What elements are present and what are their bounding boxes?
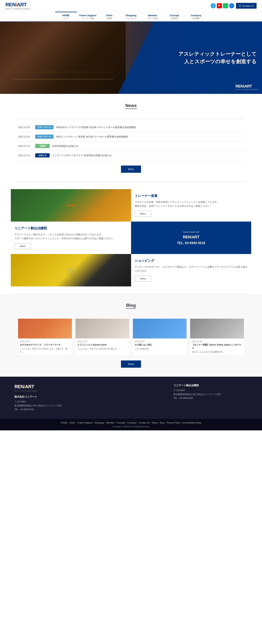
- hero-logo-sub: Sports Conditioning Support: [235, 89, 258, 90]
- blog-excerpt: ブログ担者の佐...: [135, 347, 185, 350]
- news-row[interactable]: 2022.12.20 サポートチーム ENEOSサンフラワーズ 皇后杯 全日本バ…: [18, 123, 244, 132]
- news-more-button[interactable]: More: [121, 166, 141, 173]
- nav-item-concept[interactable]: Concept企業理念: [164, 12, 185, 22]
- company-info: 〒170-0003 東京都豊島区駒込1-35-2 駒込タウンブリーズ203 TE…: [15, 400, 88, 412]
- blog-title-text: かけ算にはご用心: [135, 343, 185, 346]
- nav-item-clinic[interactable]: Clinic治療院: [99, 12, 120, 22]
- nav-item-shopping[interactable]: Shoppingショッピング: [120, 12, 142, 22]
- nav-item-home[interactable]: HOMEホーム: [55, 12, 77, 22]
- hero-title-line1: アスレティックトレーナーとして: [178, 50, 256, 58]
- footer-company: 株式会社リニアート 〒170-0003 東京都豊島区駒込1-35-2 駒込タウン…: [15, 395, 88, 412]
- news-tag: サポートチーム: [35, 125, 53, 129]
- footer-nav: HOME / Clinic / Trainer Support / Shoppi…: [0, 419, 262, 430]
- shopping-image: 🛒: [11, 254, 131, 286]
- footer-link-news[interactable]: News: [152, 422, 158, 424]
- trainer-title: トレーナー派遣: [135, 194, 248, 198]
- news-date: 2022.12.15: [18, 145, 33, 147]
- blog-card[interactable]: 2022.05.05 かけ算にはご用心 ブログ担者の佐...: [133, 319, 187, 355]
- trainer-service: [11, 189, 131, 222]
- news-title: News: [125, 103, 137, 108]
- clinic-footer-info: 〒170-0003 東京都豊島区駒込1-35-2 駒込タウンブリーズ102 TE…: [174, 388, 247, 400]
- youtube-icon[interactable]: ▶: [217, 3, 222, 8]
- news-row[interactable]: 2022.12.13 お知らせ リニアートスポーツサプライ 年末年始の休業のお知…: [18, 151, 244, 160]
- footer-clinic-area: リニアート駒込治療院 〒170-0003 東京都豊島区駒込1-35-2 駒込タウ…: [174, 384, 247, 412]
- blog-date: 2022.12.19: [20, 340, 70, 342]
- copyright: Copyright © RENiART All Right Reserved.: [6, 426, 256, 428]
- blog-excerpt: こんにちは！今回ブログを担当します、古橋です。寒さ...: [20, 347, 70, 353]
- clinic-footer-name: リニアート駒込治療院: [174, 384, 247, 387]
- footer-link-blog[interactable]: Blog: [160, 422, 164, 424]
- footer-link-member[interactable]: Member: [106, 422, 114, 424]
- line-icon[interactable]: L: [223, 3, 228, 8]
- blog-grid: 2022.12.19 おすすめのケアグッズ パワーローラーS こんにちは！今回ブ…: [18, 319, 244, 355]
- envelope-icon: ✉: [239, 4, 241, 7]
- contact-button[interactable]: ✉ Contact Us: [236, 3, 256, 9]
- footer-logo-sub: Sports Conditioning Support: [15, 390, 88, 392]
- news-date: 2022.12.20: [18, 126, 33, 128]
- social-icons: 𝕏 ▶ L f: [211, 3, 234, 8]
- twitter-icon[interactable]: 𝕏: [211, 3, 216, 8]
- news-row[interactable]: 2022.12.15 治療院 年末年始休診のお知らせ: [18, 142, 244, 151]
- shopping-more-button[interactable]: More: [135, 276, 151, 282]
- main-nav: HOMEホームTrainer Supportトレーナー派遣Clinic治療院Sh…: [0, 12, 262, 22]
- blog-card-image: [75, 319, 129, 338]
- blog-title-text: 【セミナー受講】Sports Safety Japanシンポジウム: [192, 343, 242, 350]
- site-header: RENiART Sports Conditioning Support 𝕏 ▶ …: [0, 0, 262, 12]
- footer-logo: RENiART: [15, 384, 88, 390]
- news-tag: お知らせ: [35, 153, 50, 158]
- shopping-text: ショッピング テーピングやサポーター、エクササイズ用品など、スポーツシーンに必要…: [131, 254, 251, 286]
- footer-link-privacy-policy[interactable]: Privacy Policy: [167, 422, 180, 424]
- nav-separator: /: [181, 422, 181, 424]
- blog-title-text: エプソムソルト-Epsom Sault-: [77, 343, 127, 346]
- nav-item-company[interactable]: Company会社概要: [185, 12, 207, 22]
- logo[interactable]: RENiART Sports Conditioning Support: [6, 2, 31, 10]
- footer-link-contact-us[interactable]: Contact Us: [139, 422, 150, 424]
- blog-date: 2022.05.05: [135, 340, 185, 342]
- trainer-image: [11, 189, 131, 222]
- shopping-desc: テーピングやサポーター、エクササイズ用品など、スポーツシーンに必要なメディカルア…: [135, 265, 248, 273]
- logo-text: RENiART: [6, 2, 31, 8]
- logo-sub: Sports Conditioning Support: [6, 8, 31, 10]
- trainer-desc: プロチームや企業、学校の部活にアスレティックトレーナーを派遣しています。練習や試…: [135, 200, 248, 208]
- news-date: 2022.12.20: [18, 135, 33, 138]
- clinic-tel: TEL. 03-5940-5518: [177, 241, 205, 245]
- nav-separator: /: [165, 422, 166, 424]
- nav-item-trainer-support[interactable]: Trainer Supportトレーナー派遣: [77, 12, 99, 22]
- trainer-text: トレーナー派遣 プロチームや企業、学校の部活にアスレティックトレーナーを派遣して…: [131, 189, 251, 222]
- footer-link-trainer-support[interactable]: Trainer Support: [77, 422, 92, 424]
- clinic-text: リニアート駒込治療院 アスリートから一般の方まで、一人一人の症状に合わせた治療を…: [11, 222, 131, 254]
- blog-date: 2022.11.28: [192, 340, 242, 342]
- company-name: 株式会社リニアート: [15, 395, 88, 398]
- blog-more-button[interactable]: More: [121, 360, 141, 368]
- blog-title: Blog: [126, 303, 136, 308]
- news-text: 年末年始休診のお知らせ: [52, 144, 244, 148]
- clinic-title: リニアート駒込治療院: [15, 226, 127, 230]
- shopping-title: ショッピング: [135, 258, 248, 263]
- news-row[interactable]: 2022.12.20 サポートチーム NECレッドロケッツ 皇后杯 全日本バレー…: [18, 132, 244, 142]
- nav-separator: /: [68, 422, 69, 424]
- nav-item-member[interactable]: Memberスタッフ紹介: [142, 12, 164, 22]
- blog-card-image: [190, 319, 244, 338]
- header-right: 𝕏 ▶ L f ✉ Contact Us: [211, 3, 256, 9]
- footer-link-company[interactable]: Company: [127, 422, 136, 424]
- news-date: 2022.12.13: [18, 154, 33, 157]
- footer-logo-area: RENiART Sports Conditioning Support 株式会社…: [15, 384, 88, 412]
- blog-card-image: [133, 319, 187, 338]
- footer-link-social-media-policy[interactable]: Social Media Policy: [182, 422, 201, 424]
- news-tag: サポートチーム: [35, 134, 53, 139]
- blog-card[interactable]: 2022.11.28 【セミナー受講】Sports Safety Japanシン…: [190, 319, 244, 355]
- footer-link-clinic[interactable]: Clinic: [70, 422, 75, 424]
- blog-card[interactable]: 2022.12.19 おすすめのケアグッズ パワーローラーS こんにちは！今回ブ…: [18, 319, 72, 355]
- clinic-url: www.reniart.net: [177, 230, 205, 233]
- blog-card[interactable]: 2022.12.12 エプソムソルト-Epsom Sault- こんにちは！今回…: [75, 319, 129, 355]
- footer-link-home[interactable]: HOME: [61, 422, 67, 424]
- facebook-icon[interactable]: f: [229, 3, 234, 8]
- footer-link-concept[interactable]: Concept: [117, 422, 125, 424]
- news-text: NECレッドロケッツ 皇后杯 全日本バレーボール選手権大会結果報告: [56, 135, 244, 138]
- clinic-more-button[interactable]: More: [15, 243, 31, 249]
- footer-link-shopping[interactable]: Shopping: [95, 422, 104, 424]
- clinic-banner-logo: RENiART: [177, 235, 205, 240]
- blog-excerpt: こんにちは！今回ブログを担当する江藤です。 ...: [77, 347, 127, 350]
- trainer-more-button[interactable]: More: [135, 211, 151, 217]
- nav-separator: /: [93, 422, 94, 424]
